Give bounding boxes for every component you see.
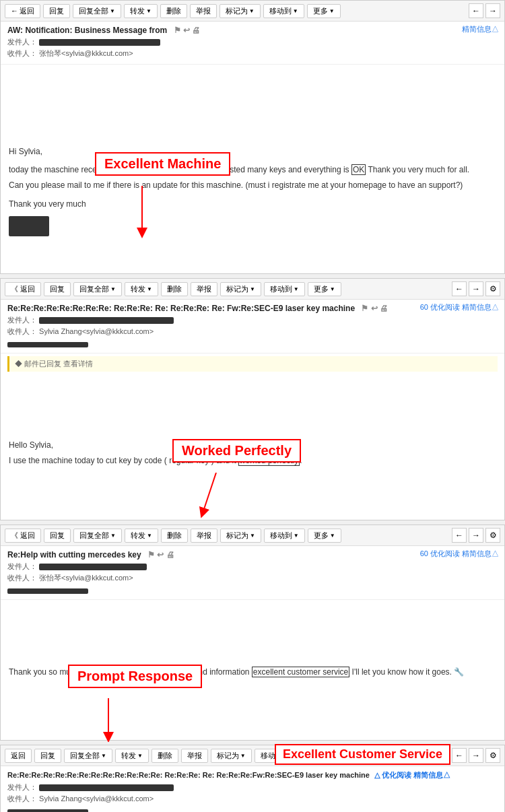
arrow-excellent-machine	[132, 186, 152, 240]
reply-btn-2[interactable]: 回复	[44, 282, 71, 296]
mark-btn-4[interactable]: 标记为 ▼	[211, 749, 252, 763]
report-btn-4[interactable]: 举报	[181, 749, 208, 763]
reply-all-btn-1[interactable]: 回复全部 ▼	[73, 4, 121, 18]
body-p1-1: today the maschine received. It is an ex…	[9, 164, 496, 176]
date-blurred-2	[7, 342, 88, 347]
sender-blurred-1	[39, 39, 160, 46]
annotation-excellent-machine: Excellent Machine	[95, 152, 230, 176]
nav-buttons-4: ← → ⚙	[452, 748, 500, 763]
mark-btn-1[interactable]: 标记为 ▼	[220, 4, 261, 18]
move-dropdown-icon: ▼	[293, 8, 298, 14]
nav-buttons-1: ← →	[469, 3, 500, 18]
back-btn-1[interactable]: ← 返回	[5, 4, 40, 18]
replied-notice-2[interactable]: ◆ 邮件已回复 查看详情	[7, 356, 498, 372]
sender-blurred-2	[39, 317, 174, 324]
highlight-ok: OK	[351, 164, 366, 175]
arrow-prompt-response	[95, 698, 149, 742]
toolbar-3: 《 返回 回复 回复全部 ▼ 转发 ▼ 删除 举报 标记为 ▼ 移动到 ▼ 更多…	[1, 525, 504, 546]
annotation-excellent-cs: Excellent Customer Service	[275, 744, 450, 765]
reply-all-btn-4[interactable]: 回复全部 ▼	[64, 749, 112, 763]
forward-btn-1[interactable]: 转发 ▼	[124, 4, 158, 18]
date-blurred-3	[7, 588, 88, 594]
mark-btn-3[interactable]: 标记为 ▼	[220, 529, 261, 543]
forward-btn-2[interactable]: 转发 ▼	[125, 282, 158, 296]
annotation-worked-perfectly: Worked Perfectly	[172, 439, 301, 463]
more-dropdown-icon: ▼	[329, 8, 335, 14]
delete-btn-3[interactable]: 删除	[161, 529, 188, 543]
from-line-1: 发件人：	[7, 37, 498, 47]
prev-btn-2[interactable]: ←	[452, 281, 467, 296]
prev-btn-1[interactable]: ←	[469, 3, 483, 18]
subject-4: Re:Re:Re:Re:Re:Re:Re:Re:Re:Re:Re:Re:Re: …	[7, 770, 498, 780]
back-btn-4[interactable]: 返回	[5, 749, 32, 763]
to-line-2: 收件人： Sylvia Zhang<sylvia@kkkcut.com>	[7, 327, 498, 337]
email-panel-2: 《 返回 回复 回复全部 ▼ 转发 ▼ 删除 举报 标记为 ▼ 移动到 ▼ 更多…	[0, 278, 505, 520]
mark-btn-2[interactable]: 标记为 ▼	[220, 282, 261, 296]
nav-buttons-3: ← → ⚙	[452, 528, 500, 543]
reply-btn-1[interactable]: 回复	[43, 4, 70, 18]
reply-all-btn-2[interactable]: 回复全部 ▼	[73, 282, 122, 296]
next-btn-4[interactable]: →	[469, 748, 483, 763]
gear-btn-2[interactable]: ⚙	[485, 281, 500, 296]
top-right-link-1[interactable]: 精简信息△	[462, 24, 499, 34]
more-btn-3[interactable]: 更多 ▼	[308, 529, 341, 543]
mark-dropdown-icon: ▼	[249, 8, 255, 14]
report-btn-3[interactable]: 举报	[191, 529, 217, 543]
email-body-1: Hi Sylvia, today the maschine received. …	[1, 139, 504, 243]
reply-all-dropdown-icon: ▼	[110, 8, 115, 14]
email-header-4: Re:Re:Re:Re:Re:Re:Re:Re:Re:Re:Re:Re:Re: …	[1, 766, 504, 812]
move-btn-2[interactable]: 移动到 ▼	[264, 282, 305, 296]
nav-buttons-2: ← → ⚙	[452, 281, 500, 296]
top-right-links-4[interactable]: △ 优化阅读 精简信息△	[374, 771, 450, 779]
prev-btn-3[interactable]: ←	[452, 528, 467, 543]
email-panel-1: ← 返回 回复 回复全部 ▼ 转发 ▼ 删除 举报 标记为 ▼ 移动到 ▼ 更多…	[0, 0, 505, 274]
email-header-1: AW: Notification: Business Message from …	[1, 22, 504, 65]
gear-btn-4[interactable]: ⚙	[485, 748, 500, 763]
arrow-worked-perfectly	[196, 473, 236, 520]
next-btn-3[interactable]: →	[469, 528, 483, 543]
email-header-3: Re:Help with cutting mercedes key ⚑ ↩ 🖨 …	[1, 546, 504, 600]
date-blurred-4	[7, 809, 88, 812]
email-status-icons-3: ⚑ ↩ 🖨	[147, 550, 174, 560]
report-btn-1[interactable]: 举报	[190, 4, 217, 18]
signature-1	[9, 216, 49, 236]
back-btn-2[interactable]: 《 返回	[5, 282, 41, 296]
from-line-2: 发件人：	[7, 315, 498, 325]
greeting-1: Hi Sylvia,	[9, 145, 496, 158]
gear-btn-3[interactable]: ⚙	[485, 528, 500, 543]
email-panel-3: 《 返回 回复 回复全部 ▼ 转发 ▼ 删除 举报 标记为 ▼ 移动到 ▼ 更多…	[0, 525, 505, 741]
top-right-links-2[interactable]: 60 优化阅读 精简信息△	[420, 302, 499, 312]
sender-blurred-3	[39, 564, 147, 570]
to-line-3: 收件人： 张怡琴<sylvia@kkkcut.com>	[7, 573, 498, 583]
top-right-links-3[interactable]: 60 优化阅读 精简信息△	[420, 549, 499, 559]
delete-btn-2[interactable]: 删除	[161, 282, 188, 296]
email-status-icons-2: ⚑ ↩ 🖨	[361, 304, 388, 313]
move-btn-3[interactable]: 移动到 ▼	[264, 529, 305, 543]
more-btn-2[interactable]: 更多 ▼	[308, 282, 341, 296]
reply-btn-3[interactable]: 回复	[44, 529, 71, 543]
email-status-icons-1: ⚑ ↩ 🖨	[174, 26, 201, 35]
reply-all-btn-3[interactable]: 回复全部 ▼	[73, 529, 122, 543]
email-panel-4: 返回 回复 回复全部 ▼ 转发 ▼ 删除 举报 标记为 ▼ 移动到 ▼ 更多 ▼…	[0, 745, 505, 812]
delete-btn-4[interactable]: 删除	[152, 749, 178, 763]
forward-btn-3[interactable]: 转发 ▼	[125, 529, 158, 543]
back-btn-3[interactable]: 《 返回	[5, 529, 41, 543]
body-p2-1: Can you please mail to me if there is an…	[9, 179, 496, 192]
from-line-4: 发件人：	[7, 782, 498, 792]
highlight-excellent-cs: excellent customer service	[252, 667, 349, 677]
forward-btn-4[interactable]: 转发 ▼	[115, 749, 149, 763]
delete-btn-1[interactable]: 删除	[160, 4, 187, 18]
next-btn-1[interactable]: →	[485, 3, 500, 18]
more-btn-1[interactable]: 更多 ▼	[307, 4, 341, 18]
prev-btn-4[interactable]: ←	[452, 748, 467, 763]
reply-btn-4[interactable]: 回复	[34, 749, 61, 763]
move-btn-1[interactable]: 移动到 ▼	[263, 4, 304, 18]
body-p3-1: Thank you very much	[9, 198, 496, 211]
toolbar-4: 返回 回复 回复全部 ▼ 转发 ▼ 删除 举报 标记为 ▼ 移动到 ▼ 更多 ▼…	[1, 745, 504, 766]
from-line-3: 发件人：	[7, 562, 498, 572]
annotation-prompt-response: Prompt Response	[68, 665, 202, 688]
toolbar-2: 《 返回 回复 回复全部 ▼ 转发 ▼ 删除 举报 标记为 ▼ 移动到 ▼ 更多…	[1, 279, 504, 300]
next-btn-2[interactable]: →	[469, 281, 483, 296]
email-header-2: Re:Re:Re:Re:Re:Re:Re:Re: Re:Re:Re: Re: R…	[1, 300, 504, 353]
report-btn-2[interactable]: 举报	[191, 282, 217, 296]
